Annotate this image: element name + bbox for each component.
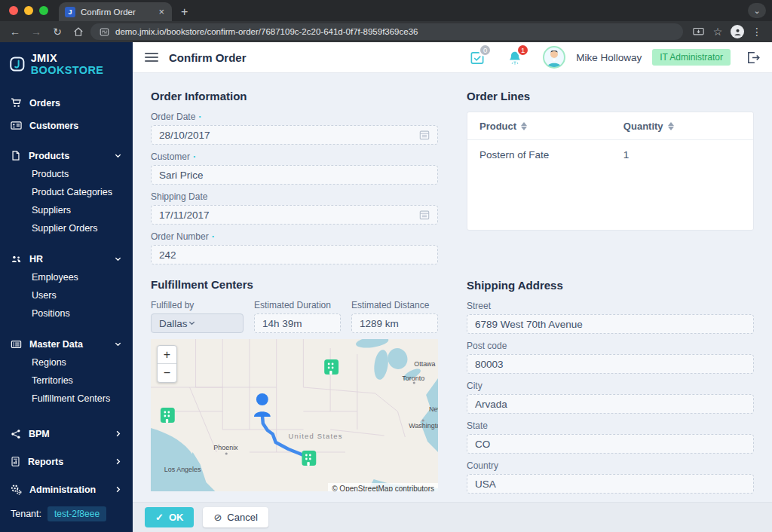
street-field[interactable]: 6789 West 70th Avenue xyxy=(467,314,754,334)
app-header: Confirm Order 0 1 Mike Holloway IT Admin… xyxy=(133,42,772,73)
window-close-button[interactable] xyxy=(9,6,18,15)
install-app-icon[interactable] xyxy=(689,23,707,40)
sidebar-item-positions[interactable]: Positions xyxy=(0,304,133,323)
fulfillment-center-marker-dallas[interactable] xyxy=(302,451,316,466)
sidebar-item-master-data[interactable]: Master Data xyxy=(0,335,133,353)
chevron-down-icon xyxy=(188,318,196,329)
estimated-distance-label: Estimated Distance xyxy=(351,300,429,310)
sidebar-item-bpm[interactable]: BPM xyxy=(0,424,133,443)
sidebar-item-administration[interactable]: Administration xyxy=(0,480,133,497)
post-code-field[interactable]: 80003 xyxy=(467,354,754,374)
tenant-badge[interactable]: test-2f8eee xyxy=(47,506,106,521)
sidebar-item-fulfillment-centers[interactable]: Fulfillment Centers xyxy=(0,390,133,408)
app-logo[interactable]: JMIX BOOKSTORE xyxy=(0,42,133,85)
right-column: Order Lines Product Quantity Postern xyxy=(467,78,754,502)
fulfilled-by-select[interactable]: Dallas xyxy=(151,313,244,333)
estimated-distance-field[interactable]: 1289 km xyxy=(351,313,438,333)
new-tab-button[interactable]: + xyxy=(172,2,197,21)
fulfillment-centers-title: Fulfillment Centers xyxy=(151,278,438,291)
people-icon xyxy=(11,254,22,264)
map-label-los-angeles: Los Angeles xyxy=(164,466,201,473)
calendar-icon[interactable] xyxy=(419,209,430,220)
customer-field[interactable]: Sari Price xyxy=(151,165,438,185)
column-header-product[interactable]: Product xyxy=(479,121,623,132)
chevron-right-icon xyxy=(114,457,122,466)
calendar-icon[interactable] xyxy=(419,130,430,140)
gears-icon xyxy=(11,484,22,495)
fulfillment-center-marker[interactable] xyxy=(324,359,339,375)
sidebar-item-territories[interactable]: Territories xyxy=(0,371,133,390)
post-code-label: Post code xyxy=(467,341,507,351)
order-date-label: Order Date xyxy=(151,112,195,122)
action-bar: ✓ OK ⊘ Cancel xyxy=(133,502,772,532)
site-info-icon[interactable] xyxy=(100,27,109,37)
sidebar-item-suppliers[interactable]: Suppliers xyxy=(0,201,133,219)
tab-search-button[interactable]: ⌄ xyxy=(748,3,766,18)
cell-product: Postern of Fate xyxy=(479,149,623,161)
user-name: Mike Holloway xyxy=(576,52,642,63)
sidebar-item-hr[interactable]: HR xyxy=(0,249,133,268)
country-field[interactable]: USA xyxy=(467,474,754,494)
browser-toolbar: ← → ↻ demo.jmix.io/bookstore/confirm-ord… xyxy=(0,21,772,42)
notifications-button[interactable]: 1 xyxy=(505,48,525,66)
order-number-field[interactable]: 242 xyxy=(151,245,438,264)
state-label: State xyxy=(467,420,488,431)
user-avatar[interactable] xyxy=(543,46,565,69)
browser-tab[interactable]: J Confirm Order × xyxy=(59,2,172,21)
browser-profile-avatar[interactable] xyxy=(728,23,746,40)
zoom-out-button[interactable]: − xyxy=(158,364,176,382)
share-icon xyxy=(11,429,21,439)
sidebar-item-products[interactable]: Products xyxy=(0,146,133,165)
sidebar-item-orders[interactable]: Orders xyxy=(0,93,133,112)
sidebar: JMIX BOOKSTORE Orders Customers Products… xyxy=(0,42,133,532)
sidebar-item-product-categories[interactable]: Product Categories xyxy=(0,183,133,201)
home-icon[interactable] xyxy=(69,23,87,40)
order-information-title: Order Information xyxy=(151,90,438,102)
state-field[interactable]: CO xyxy=(467,434,754,454)
column-header-quantity[interactable]: Quantity xyxy=(623,121,741,132)
estimated-duration-field[interactable]: 14h 39m xyxy=(254,313,341,333)
reload-icon[interactable]: ↻ xyxy=(48,23,66,40)
logout-icon[interactable] xyxy=(746,50,760,65)
sidebar-item-regions[interactable]: Regions xyxy=(0,353,133,371)
url-bar[interactable]: demo.jmix.io/bookstore/confirm-order/768… xyxy=(90,23,683,40)
back-icon[interactable]: ← xyxy=(6,23,24,40)
shipping-date-label: Shipping Date xyxy=(151,191,207,202)
city-field[interactable]: Arvada xyxy=(467,394,754,414)
route-map[interactable]: + − xyxy=(151,339,438,491)
url-text: demo.jmix.io/bookstore/confirm-order/768… xyxy=(115,27,418,36)
order-lines-title: Order Lines xyxy=(467,90,754,102)
window-minimize-button[interactable] xyxy=(24,6,33,15)
messages-button[interactable]: 0 xyxy=(467,48,487,66)
jmix-logo-icon xyxy=(9,55,26,73)
sidebar-item-supplier-orders[interactable]: Supplier Orders xyxy=(0,219,133,237)
table-row[interactable]: Postern of Fate 1 xyxy=(467,140,753,169)
shipping-date-field[interactable]: 17/11/2017 xyxy=(151,205,438,225)
map-label-new-york: New York xyxy=(429,405,438,413)
notifications-count-badge: 1 xyxy=(516,44,529,57)
order-number-label: Order Number xyxy=(151,231,209,242)
city-label: City xyxy=(467,381,482,391)
country-label: Country xyxy=(467,460,498,471)
sort-icon[interactable] xyxy=(668,122,674,130)
cancel-button[interactable]: ⊘ Cancel xyxy=(203,507,268,527)
ok-button[interactable]: ✓ OK xyxy=(145,507,194,527)
bookmark-star-icon[interactable]: ☆ xyxy=(709,23,727,40)
sidebar-item-customers[interactable]: Customers xyxy=(0,116,133,135)
order-date-field[interactable]: 28/10/2017 xyxy=(151,125,438,145)
sidebar-item-reports[interactable]: Reports xyxy=(0,452,133,471)
fulfillment-center-marker[interactable] xyxy=(161,408,175,423)
chevron-right-icon xyxy=(114,430,122,438)
sidebar-item-employees[interactable]: Employees xyxy=(0,268,133,286)
forward-icon[interactable]: → xyxy=(27,23,45,40)
sidebar-item-products-list[interactable]: Products xyxy=(0,165,133,183)
sort-icon[interactable] xyxy=(521,122,527,130)
menu-toggle-icon[interactable] xyxy=(145,53,158,62)
sidebar-item-users[interactable]: Users xyxy=(0,286,133,304)
browser-menu-icon[interactable]: ⋮ xyxy=(748,23,766,40)
zoom-in-button[interactable]: + xyxy=(158,346,176,364)
tab-close-icon[interactable]: × xyxy=(157,6,166,17)
map-attribution[interactable]: © OpenStreetMap contributors xyxy=(328,483,438,491)
window-maximize-button[interactable] xyxy=(39,6,48,15)
required-indicator: · xyxy=(193,153,196,161)
